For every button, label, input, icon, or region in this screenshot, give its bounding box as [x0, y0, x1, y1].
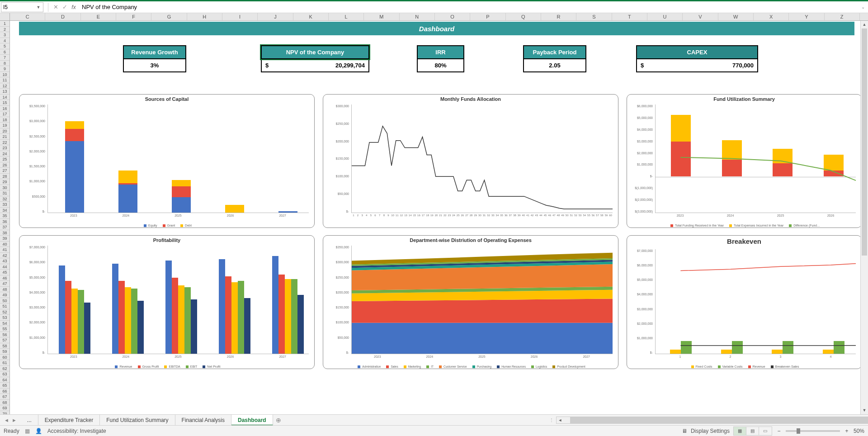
column-header[interactable]: H [187, 13, 222, 20]
column-header[interactable]: X [754, 13, 789, 20]
row-header[interactable]: 37 [0, 224, 9, 230]
fx-icon[interactable]: fx [69, 4, 78, 10]
row-header[interactable]: 14 [0, 95, 9, 100]
chart-monthly-funds[interactable]: Monthly Funds Allocation $300,000$250,00… [323, 94, 618, 228]
row-header[interactable]: 32 [0, 196, 9, 202]
h-scroll-thumb[interactable] [570, 417, 868, 423]
row-header[interactable]: 35 [0, 213, 9, 219]
row-header[interactable]: 2 [0, 27, 9, 33]
row-header[interactable]: 18 [0, 117, 9, 123]
column-header[interactable]: M [364, 13, 399, 20]
row-header[interactable]: 63 [0, 371, 9, 377]
row-header[interactable]: 5 [0, 43, 9, 49]
column-header[interactable]: P [470, 13, 505, 20]
row-header[interactable]: 3 [0, 32, 9, 38]
row-header[interactable]: 38 [0, 230, 9, 236]
page-break-button[interactable]: ▭ [759, 427, 772, 435]
scroll-down-icon[interactable]: ▼ [861, 407, 868, 414]
row-header[interactable]: 31 [0, 190, 9, 196]
normal-view-button[interactable]: ▦ [734, 427, 746, 435]
row-header[interactable]: 46 [0, 275, 9, 281]
row-header[interactable]: 12 [0, 83, 9, 89]
row-header[interactable]: 61 [0, 360, 9, 366]
h-scroll-track[interactable] [564, 417, 860, 423]
row-header[interactable]: 57 [0, 337, 9, 343]
tab-next-icon[interactable]: ► [12, 417, 17, 423]
column-header[interactable]: G [151, 13, 187, 20]
row-header[interactable]: 41 [0, 247, 9, 253]
chart-dept-expenses[interactable]: Department-wise Distriution of Operating… [323, 235, 618, 369]
row-header[interactable]: 10 [0, 72, 9, 78]
row-header[interactable]: 44 [0, 264, 9, 270]
row-header[interactable]: 42 [0, 253, 9, 259]
page-layout-button[interactable]: ▤ [746, 427, 759, 435]
row-header[interactable]: 59 [0, 349, 9, 355]
row-header[interactable]: 53 [0, 315, 9, 321]
grid-content[interactable]: Dashboard Revenue Growth 3% NPV of the C… [10, 21, 868, 417]
row-header[interactable]: 67 [0, 394, 9, 400]
column-header[interactable]: L [329, 13, 364, 20]
column-header[interactable]: Z [825, 13, 860, 20]
row-header[interactable]: 51 [0, 303, 9, 309]
formula-input[interactable] [78, 4, 859, 10]
chart-sources-capital[interactable]: Sources of Capital $3,500,000$3,000,000$… [19, 94, 315, 228]
zoom-slider-thumb[interactable] [797, 428, 800, 434]
column-header[interactable]: W [718, 13, 754, 20]
sheet-tab-expenditure-tracker[interactable]: Expenditure Tracker [38, 415, 100, 426]
chart-fund-utilization[interactable]: Fund Utilization Summary $6,000,000$5,00… [627, 94, 862, 228]
horizontal-scrollbar[interactable]: ◄ ► [556, 417, 868, 424]
display-settings-label[interactable]: Display Settings [691, 428, 730, 434]
row-header[interactable]: 39 [0, 236, 9, 242]
name-box[interactable]: I5 ▼ [1, 2, 43, 12]
row-header[interactable]: 56 [0, 332, 9, 338]
row-header[interactable]: 65 [0, 383, 9, 389]
row-header[interactable]: 22 [0, 140, 9, 146]
row-header[interactable]: 26 [0, 162, 9, 168]
column-header[interactable]: N [400, 13, 435, 20]
column-header[interactable]: K [293, 13, 329, 20]
display-settings-icon[interactable]: 🖥 [682, 428, 687, 434]
zoom-level[interactable]: 50% [854, 428, 864, 434]
tab-prev-icon[interactable]: ◄ [4, 417, 9, 423]
zoom-slider[interactable] [786, 430, 840, 432]
scroll-left-icon[interactable]: ◄ [557, 418, 564, 422]
row-header[interactable]: 27 [0, 168, 9, 174]
row-header[interactable]: 6 [0, 49, 9, 55]
row-header[interactable]: 30 [0, 185, 9, 191]
row-header[interactable]: 20 [0, 128, 9, 134]
row-header[interactable]: 23 [0, 145, 9, 151]
row-header[interactable]: 47 [0, 281, 9, 287]
row-header[interactable]: 1 [0, 21, 9, 27]
zoom-in-button[interactable]: + [844, 428, 850, 434]
column-header[interactable]: J [258, 13, 293, 20]
tab-ellipsis[interactable]: ... [21, 415, 38, 426]
scroll-up-icon[interactable]: ▲ [861, 21, 868, 28]
confirm-formula-icon[interactable]: ✓ [60, 4, 69, 10]
column-header[interactable]: O [435, 13, 470, 20]
row-header[interactable]: 45 [0, 270, 9, 275]
zoom-out-button[interactable]: − [776, 428, 782, 434]
chart-breakeven[interactable]: Breakeven $7,000,000$6,000,000$5,000,000… [627, 235, 862, 369]
accessibility-icon[interactable]: 👤 [35, 428, 42, 434]
column-header[interactable]: U [647, 13, 683, 20]
add-sheet-button[interactable]: ⊕ [273, 417, 284, 424]
row-header[interactable]: 62 [0, 366, 9, 372]
row-header[interactable]: 64 [0, 377, 9, 383]
row-header[interactable]: 9 [0, 66, 9, 72]
column-header[interactable]: V [683, 13, 718, 20]
column-header[interactable]: Y [789, 13, 824, 20]
column-header[interactable]: T [612, 13, 647, 20]
row-header[interactable]: 7 [0, 55, 9, 61]
column-header[interactable]: D [45, 13, 80, 20]
column-header[interactable]: Q [506, 13, 541, 20]
row-header[interactable]: 8 [0, 61, 9, 66]
column-header[interactable]: E [81, 13, 116, 20]
scroll-track[interactable] [861, 28, 868, 407]
row-header[interactable]: 66 [0, 389, 9, 394]
row-header[interactable]: 34 [0, 208, 9, 213]
sheet-tab-financial-analysis[interactable]: Financial Analysis [175, 415, 231, 426]
row-header[interactable]: 28 [0, 174, 9, 180]
row-header[interactable]: 49 [0, 292, 9, 298]
sheet-tab-fund-utilization-summary[interactable]: Fund Utilization Summary [100, 415, 175, 426]
name-box-dropdown-icon[interactable]: ▼ [36, 5, 41, 9]
